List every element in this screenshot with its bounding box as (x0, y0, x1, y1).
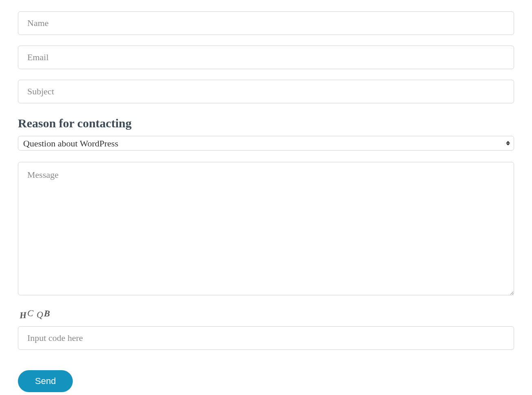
message-textarea[interactable] (18, 162, 514, 295)
send-button[interactable]: Send (18, 370, 73, 392)
captcha-image: HCQB (20, 309, 514, 320)
reason-select-wrapper: Question about WordPress (18, 136, 514, 151)
reason-select[interactable]: Question about WordPress (18, 136, 514, 151)
email-input[interactable] (18, 46, 514, 69)
name-input[interactable] (18, 11, 514, 35)
subject-input[interactable] (18, 80, 514, 103)
reason-label: Reason for contacting (18, 116, 514, 130)
contact-form: Reason for contacting Question about Wor… (18, 11, 514, 392)
captcha-input[interactable] (18, 326, 514, 350)
